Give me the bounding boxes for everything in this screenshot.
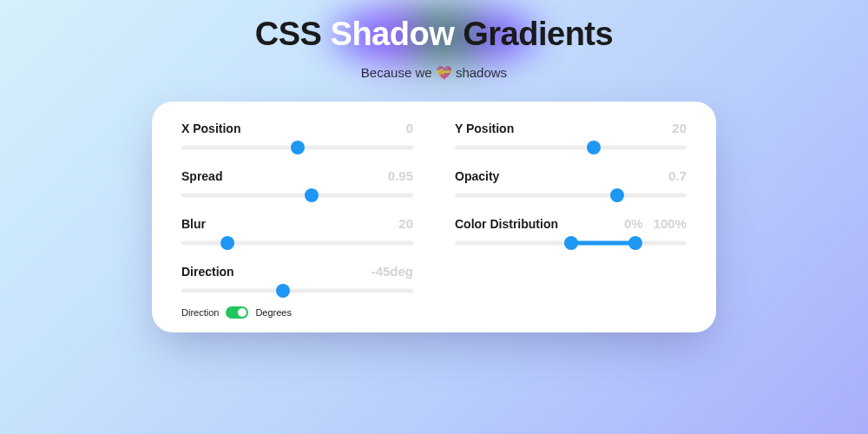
color-dist-low: 0% — [624, 216, 643, 231]
toggle-label-right: Degrees — [255, 307, 292, 318]
direction-slider[interactable] — [181, 284, 413, 298]
x-position-slider[interactable] — [181, 141, 413, 155]
page-title: CSS Shadow Gradients — [0, 16, 868, 53]
spread-label: Spread — [181, 169, 222, 183]
direction-value: -45deg — [372, 264, 413, 279]
heart-icon: 💝 — [436, 65, 452, 80]
control-spread: Spread 0.95 — [181, 168, 413, 207]
spread-slider[interactable] — [181, 188, 413, 202]
control-opacity: Opacity 0.7 — [455, 168, 687, 207]
color-dist-high: 100% — [654, 216, 687, 231]
control-direction: Direction -45deg — [181, 264, 413, 303]
subtitle-suffix: shadows — [452, 65, 507, 80]
x-position-label: X Position — [181, 122, 240, 135]
direction-mode-toggle-row: Direction Degrees — [181, 306, 687, 319]
direction-label: Direction — [181, 265, 234, 279]
subtitle-prefix: Because we — [361, 65, 436, 80]
opacity-label: Opacity — [455, 169, 499, 183]
title-highlight: Shadow — [331, 16, 455, 52]
blur-value: 20 — [398, 216, 413, 231]
title-part1: CSS — [255, 16, 331, 52]
y-position-value: 20 — [672, 121, 687, 135]
control-color-distribution: Color Distribution 0% 100% — [455, 216, 687, 255]
x-position-value: 0 — [406, 121, 413, 135]
control-y-position: Y Position 20 — [455, 121, 687, 160]
y-position-slider[interactable] — [455, 141, 687, 155]
y-position-label: Y Position — [455, 122, 514, 135]
direction-degrees-toggle[interactable] — [226, 306, 248, 319]
title-part2: Gradients — [454, 16, 613, 52]
subtitle: Because we 💝 shadows — [0, 65, 868, 81]
spread-value: 0.95 — [388, 168, 413, 183]
opacity-value: 0.7 — [668, 168, 687, 183]
color-dist-label: Color Distribution — [455, 217, 558, 231]
opacity-slider[interactable] — [455, 188, 687, 202]
color-dist-slider[interactable] — [455, 236, 687, 250]
blur-slider[interactable] — [181, 236, 413, 250]
toggle-label-left: Direction — [181, 307, 219, 318]
controls-panel: X Position 0 Y Position 20 Spread 0.95 — [152, 102, 716, 332]
control-x-position: X Position 0 — [181, 121, 413, 160]
control-blur: Blur 20 — [181, 216, 413, 255]
blur-label: Blur — [181, 217, 206, 231]
